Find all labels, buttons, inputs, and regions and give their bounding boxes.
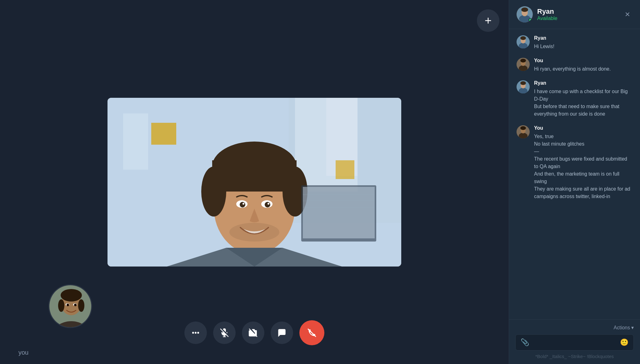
message-group: RyanI have come up with a checklist for … [517,80,632,118]
svg-point-33 [78,299,84,312]
message-text: I have come up with a checklist for our … [534,88,632,103]
svg-point-18 [240,202,245,207]
message-content: RyanI have come up with a checklist for … [534,80,632,118]
svg-point-39 [195,332,197,334]
svg-point-21 [268,203,269,205]
message-content: YouHi ryan, everything is almost done. [534,58,632,73]
contact-avatar [517,6,533,22]
svg-line-45 [308,329,316,337]
controls-bar [184,320,324,345]
attach-icon[interactable]: 📎 [521,338,529,347]
message-text: They are making sure all are in place fo… [534,185,632,200]
svg-rect-7 [151,123,176,145]
emoji-icon[interactable]: 🙂 [620,338,628,347]
svg-point-49 [521,7,528,12]
svg-point-20 [242,203,244,205]
message-text: The recent bugs were fixed and submitted… [534,155,632,170]
actions-label: Actions [614,325,630,331]
actions-row: Actions ▾ [515,325,634,331]
actions-chevron[interactable]: ▾ [631,325,634,331]
svg-point-37 [74,304,77,306]
message-avatar [517,58,530,71]
message-group: YouYes, trueNo last minute glitches—The … [517,125,632,200]
svg-point-40 [197,332,199,334]
message-input[interactable] [533,340,616,345]
message-text: Yes, true [534,133,632,140]
svg-rect-15 [212,160,297,192]
message-text: Hi ryan, everything is almost done. [534,65,632,73]
svg-point-32 [58,299,64,312]
video-off-button[interactable] [242,322,264,344]
svg-rect-8 [336,160,354,179]
svg-point-36 [67,304,69,306]
chat-footer: Actions ▾ 📎 🙂 *Bold* _Italics_ ~Strike~ … [509,319,640,364]
more-options-button[interactable] [184,322,207,344]
add-button[interactable] [477,9,499,32]
message-sender: Ryan [534,35,632,41]
svg-point-53 [520,36,526,40]
close-button[interactable]: × [622,8,632,21]
contact-name: Ryan [537,7,622,16]
message-group: RyanHi Lewis! [517,35,632,50]
chat-panel: Ryan Available × RyanHi Lewis! YouHi rya… [509,0,640,364]
message-text: Hi Lewis! [534,43,632,50]
message-text: But before that need to make sure that e… [534,103,632,118]
message-sender: You [534,58,632,63]
mute-button[interactable] [213,322,236,344]
status-dot [528,18,532,22]
svg-point-31 [61,289,82,302]
chat-button[interactable] [271,322,293,344]
message-sender: You [534,125,632,131]
input-row: 📎 🙂 [515,334,634,351]
message-avatar [517,35,530,48]
message-avatar [517,125,530,138]
format-hint: *Bold* _Italics_ ~Strike~ !Blockquotes [515,354,634,359]
message-content: YouYes, trueNo last minute glitches—The … [534,125,632,200]
message-content: RyanHi Lewis! [534,35,632,50]
svg-point-65 [520,126,526,130]
svg-point-61 [520,81,526,85]
svg-rect-5 [123,113,148,170]
self-label: you [18,349,28,356]
svg-point-57 [520,59,526,62]
svg-point-19 [265,202,270,207]
contact-status: Available [537,16,622,21]
message-text: No last minute glitches [534,140,632,148]
video-area: you [0,0,509,364]
message-text: — [534,148,632,155]
main-video [108,98,401,267]
chat-header: Ryan Available × [509,0,640,29]
end-call-button[interactable] [299,320,324,345]
message-text: And then, the marketing team is on full … [534,170,632,185]
svg-point-22 [229,223,279,242]
chat-header-info: Ryan Available [537,7,622,21]
message-avatar [517,80,530,93]
self-view [48,284,92,328]
message-sender: Ryan [534,80,632,86]
message-group: YouHi ryan, everything is almost done. [517,58,632,73]
svg-point-38 [192,332,194,334]
chat-messages: RyanHi Lewis! YouHi ryan, everything is … [509,29,640,319]
